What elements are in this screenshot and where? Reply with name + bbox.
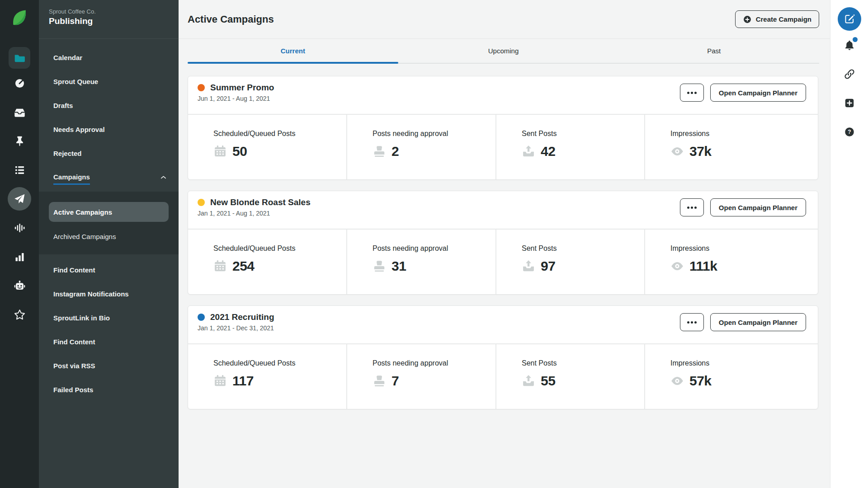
ellipsis-icon: [687, 92, 689, 94]
card-stats-row: Scheduled/Queued Posts 254 Posts needing…: [188, 229, 818, 294]
more-options-button[interactable]: [680, 84, 704, 102]
card-actions: Open Campaign Planner: [680, 84, 806, 114]
calendar-icon: [213, 374, 227, 388]
stat-label: Impressions: [670, 244, 818, 253]
calendar-icon: [213, 145, 227, 158]
stat-value: 42: [541, 144, 555, 159]
help-button[interactable]: [830, 117, 868, 146]
sidebar-item-rejected[interactable]: Rejected: [39, 141, 179, 165]
ellipsis-icon: [687, 206, 689, 209]
campaign-card-new-blonde-roast-sales: New Blonde Roast Sales Jan 1, 2021 - Aug…: [188, 191, 818, 295]
more-options-button[interactable]: [680, 313, 704, 331]
link-button[interactable]: [830, 60, 868, 89]
open-campaign-planner-button[interactable]: Open Campaign Planner: [710, 84, 806, 102]
campaign-card-summer-promo: Summer Promo Jun 1, 2021 - Aug 1, 2021 O…: [188, 76, 818, 180]
campaign-title: 2021 Recruiting: [210, 312, 274, 322]
sidebar-item-find-content[interactable]: Find Content: [39, 258, 179, 282]
rail-item-reports[interactable]: [0, 242, 39, 271]
stat-value: 57k: [689, 373, 712, 389]
product-title: Publishing: [49, 16, 179, 26]
compose-button[interactable]: [838, 7, 861, 31]
campaign-color-dot: [198, 199, 205, 206]
sidebar-item-failed-posts[interactable]: Failed Posts: [39, 378, 179, 402]
add-button[interactable]: [830, 89, 868, 117]
sidebar-item-campaigns[interactable]: Campaigns: [39, 165, 179, 189]
rail-item-listening[interactable]: [0, 213, 39, 242]
sidebar-item-find-content-2[interactable]: Find Content: [39, 330, 179, 354]
stat-value: 50: [232, 144, 247, 159]
stat-value: 7: [392, 373, 399, 389]
right-utility-rail: [830, 0, 868, 488]
inbox-icon: [14, 106, 26, 118]
sprout-leaf-icon: [9, 8, 29, 28]
stamp-icon: [373, 374, 386, 388]
stat-value: 117: [232, 373, 254, 389]
plus-circle-icon: [743, 15, 752, 24]
card-title-block: New Blonde Roast Sales Jan 1, 2021 - Aug…: [198, 197, 311, 229]
rail-item-tasks[interactable]: [0, 155, 39, 184]
sidebar-item-needs-approval[interactable]: Needs Approval: [39, 117, 179, 141]
rail-item-automation[interactable]: [0, 271, 39, 300]
stat-value: 111k: [689, 258, 717, 274]
tab-upcoming[interactable]: Upcoming: [398, 39, 609, 63]
stamp-icon: [373, 145, 386, 158]
rail-item-inbox[interactable]: [0, 98, 39, 127]
help-icon: [844, 126, 855, 138]
stat-impressions: Impressions 37k: [644, 115, 818, 179]
sidebar-item-archived-campaigns[interactable]: Archived Campaigns: [39, 225, 179, 249]
publishing-sidebar: Sprout Coffee Co. Publishing Calendar Sp…: [39, 0, 179, 488]
stat-posts-needing-approval: Posts needing approval 31: [346, 230, 495, 294]
rail-item-pinned[interactable]: [0, 127, 39, 155]
ellipsis-icon: [687, 321, 689, 324]
waveform-icon: [14, 222, 26, 234]
stat-value-row: 57k: [670, 373, 818, 389]
sidebar-item-sproutlink-in-bio[interactable]: SproutLink in Bio: [39, 306, 179, 330]
open-campaign-planner-button[interactable]: Open Campaign Planner: [710, 198, 806, 216]
upload-icon: [522, 259, 535, 273]
sidebar-item-instagram-notifications[interactable]: Instagram Notifications: [39, 282, 179, 306]
sidebar-nav: Calendar Sprout Queue Drafts Needs Appro…: [39, 46, 179, 402]
stat-value-row: 42: [522, 144, 644, 159]
stat-sent-posts: Sent Posts 55: [495, 344, 644, 409]
campaign-list: Summer Promo Jun 1, 2021 - Aug 1, 2021 O…: [179, 64, 830, 420]
stat-label: Scheduled/Queued Posts: [213, 130, 346, 138]
sprout-logo[interactable]: [9, 7, 30, 29]
stat-impressions: Impressions 111k: [644, 230, 818, 294]
card-actions: Open Campaign Planner: [680, 198, 806, 229]
stat-value-row: 37k: [670, 144, 818, 159]
sidebar-item-sprout-queue[interactable]: Sprout Queue: [39, 70, 179, 94]
eye-icon: [670, 374, 684, 388]
create-campaign-label: Create Campaign: [756, 15, 811, 23]
tab-past[interactable]: Past: [609, 39, 819, 63]
stat-label: Sent Posts: [522, 130, 644, 138]
calendar-icon: [213, 259, 227, 273]
open-campaign-planner-button[interactable]: Open Campaign Planner: [710, 313, 806, 331]
card-header: Summer Promo Jun 1, 2021 - Aug 1, 2021 O…: [188, 76, 818, 114]
tab-current[interactable]: Current: [188, 39, 398, 63]
stat-value-row: 55: [522, 373, 644, 389]
campaign-date-range: Jan 1, 2021 - Dec 31, 2021: [198, 324, 274, 332]
stat-value: 31: [392, 258, 406, 274]
rail-item-publishing-active[interactable]: [0, 184, 39, 213]
card-actions: Open Campaign Planner: [680, 313, 806, 343]
sidebar-item-calendar[interactable]: Calendar: [39, 46, 179, 70]
rail-item-favorites[interactable]: [0, 300, 39, 329]
stat-label: Posts needing approval: [373, 130, 495, 138]
sidebar-item-drafts[interactable]: Drafts: [39, 94, 179, 117]
active-rail-highlight: [8, 187, 31, 211]
rail-item-dashboard[interactable]: [0, 69, 39, 98]
plus-square-icon: [844, 97, 855, 109]
compose-icon: [844, 14, 855, 24]
notifications-button[interactable]: [830, 31, 868, 60]
sidebar-item-post-via-rss[interactable]: Post via RSS: [39, 354, 179, 378]
stat-sent-posts: Sent Posts 42: [495, 115, 644, 179]
create-campaign-button[interactable]: Create Campaign: [735, 10, 819, 28]
gauge-icon: [14, 77, 26, 89]
rail-item-publishing-folder[interactable]: [9, 47, 30, 69]
stat-value-row: 31: [373, 258, 495, 274]
stat-posts-needing-approval: Posts needing approval 2: [346, 115, 495, 179]
campaign-card-2021-recruiting: 2021 Recruiting Jan 1, 2021 - Dec 31, 20…: [188, 305, 818, 409]
sidebar-item-active-campaigns[interactable]: Active Campaigns: [49, 202, 169, 222]
more-options-button[interactable]: [680, 198, 704, 216]
campaign-title: Summer Promo: [210, 83, 274, 93]
